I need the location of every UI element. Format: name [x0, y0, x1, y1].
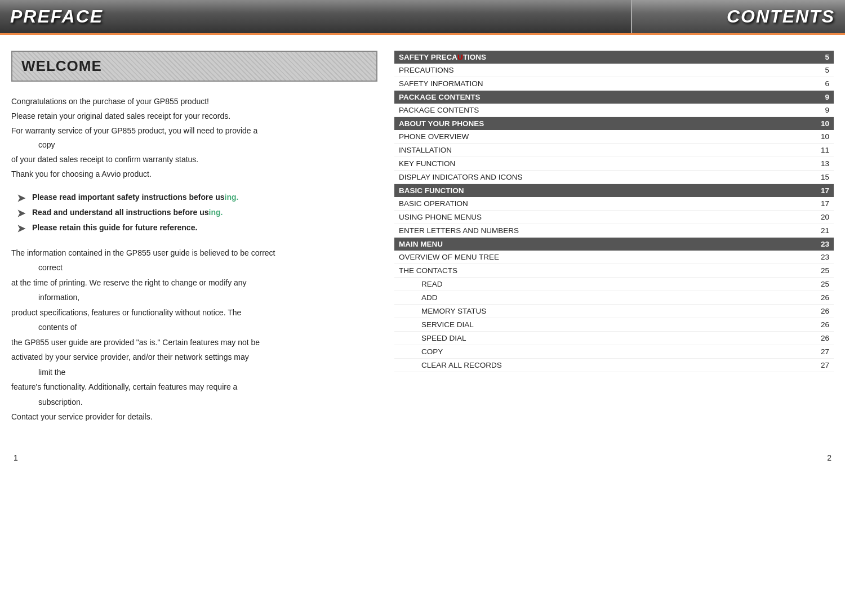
toc-page-speed-dial: 26	[811, 332, 834, 345]
info-6: feature's functionality. Additionally, c…	[11, 380, 377, 394]
toc-label-memory-status: MEMORY STATUS	[394, 305, 811, 318]
left-panel: WELCOME Congratulations on the purchase …	[11, 51, 377, 425]
toc-item-phone-menus: USING PHONE MENUS 20	[394, 211, 834, 224]
welcome-box: WELCOME	[11, 51, 377, 82]
toc-label-read: READ	[394, 278, 811, 291]
para-5: Thank you for choosing a Avvio product.	[11, 168, 377, 181]
main-content: WELCOME Congratulations on the purchase …	[0, 35, 845, 436]
toc-label-service-dial: SERVICE DIAL	[394, 318, 811, 332]
toc-label-copy: COPY	[394, 345, 811, 359]
toc-section-package-page: 9	[811, 91, 834, 104]
bullet-item-3: ➤ Please retain this guide for future re…	[17, 223, 377, 235]
toc-page-phone-menus: 20	[811, 211, 834, 224]
toc-item-read: READ 25	[394, 278, 834, 291]
toc-page-service-dial: 26	[811, 318, 834, 332]
info-2-cont: information,	[38, 291, 377, 305]
toc-item-copy: COPY 27	[394, 345, 834, 359]
toc-page-memory-status: 26	[811, 305, 834, 318]
toc-page-add: 26	[811, 291, 834, 305]
toc-item-add: ADD 26	[394, 291, 834, 305]
right-panel: SAFETY PRECAUTIONS 5 PRECAUTIONS 5 SAFET…	[394, 51, 834, 425]
toc-item-service-dial: SERVICE DIAL 26	[394, 318, 834, 332]
toc-item-speed-dial: SPEED DIAL 26	[394, 332, 834, 345]
toc-section-about-label: ABOUT YOUR PHONES	[394, 117, 811, 131]
preface-title: PREFACE	[10, 6, 103, 27]
toc-section-basic-page: 17	[811, 184, 834, 198]
toc-label-installation: INSTALLATION	[394, 144, 811, 157]
bullet-text-3: Please retain this guide for future refe…	[32, 223, 197, 232]
bullet-item-2: ➤ Read and understand all instructions b…	[17, 208, 377, 220]
toc-section-main-menu: MAIN MENU 23	[394, 238, 834, 251]
toc-section-about: ABOUT YOUR PHONES 10	[394, 117, 834, 131]
header-left: PREFACE	[0, 0, 631, 33]
toc-item-memory-status: MEMORY STATUS 26	[394, 305, 834, 318]
toc-label-phone-menus: USING PHONE MENUS	[394, 211, 811, 224]
para-3: For warranty service of your GP855 produ…	[11, 124, 377, 138]
toc-label-clear-all-records: CLEAR ALL RECORDS	[394, 359, 811, 372]
info-2: at the time of printing. We reserve the …	[11, 276, 377, 290]
bullet-list: ➤ Please read important safety instructi…	[17, 193, 377, 235]
toc-item-safety-info: SAFETY INFORMATION 6	[394, 77, 834, 91]
info-1-cont: correct	[38, 261, 377, 275]
info-1: The information contained in the GP855 u…	[11, 246, 377, 260]
footer-right-page: 2	[827, 453, 831, 462]
bullet-arrow-3: ➤	[17, 222, 25, 235]
toc-item-overview-menu-tree: OVERVIEW OF MENU TREE 23	[394, 251, 834, 264]
info-5: activated by your service provider, and/…	[11, 350, 377, 364]
toc-section-safety-label: SAFETY PRECAUTIONS	[394, 51, 811, 64]
toc-page-phone-overview: 10	[811, 130, 834, 144]
toc-section-basic: BASIC FUNCTION 17	[394, 184, 834, 198]
toc-section-about-page: 10	[811, 117, 834, 131]
toc-section-safety: SAFETY PRECAUTIONS 5	[394, 51, 834, 64]
toc-section-safety-page: 5	[811, 51, 834, 64]
toc-item-package-contents: PACKAGE CONTENTS 9	[394, 104, 834, 117]
toc-item-key-function: KEY FUNCTION 13	[394, 157, 834, 171]
header-right: CONTENTS	[631, 0, 845, 33]
toc-label-speed-dial: SPEED DIAL	[394, 332, 811, 345]
toc-item-clear-all-records: CLEAR ALL RECORDS 27	[394, 359, 834, 372]
info-3: product specifications, features or func…	[11, 306, 377, 320]
bullet-text-2: Read and understand all instructions bef…	[32, 208, 223, 217]
toc-label-enter-letters: ENTER LETTERS AND NUMBERS	[394, 224, 811, 238]
toc-label-add: ADD	[394, 291, 811, 305]
para-1: Congratulations on the purchase of your …	[11, 95, 377, 109]
toc-page-overview-menu-tree: 23	[811, 251, 834, 264]
para-3-cont: copy	[38, 139, 377, 152]
toc-label-display-indicators: DISPLAY INDICATORS AND ICONS	[394, 171, 811, 184]
toc-table: SAFETY PRECAUTIONS 5 PRECAUTIONS 5 SAFET…	[394, 51, 834, 372]
header: PREFACE CONTENTS	[0, 0, 845, 35]
para-2: Please retain your original dated sales …	[11, 110, 377, 123]
toc-item-basic-operation: BASIC OPERATION 17	[394, 197, 834, 211]
bullet-item-1: ➤ Please read important safety instructi…	[17, 193, 377, 204]
toc-item-installation: INSTALLATION 11	[394, 144, 834, 157]
toc-label-safety-info: SAFETY INFORMATION	[394, 77, 811, 91]
toc-label-package-contents: PACKAGE CONTENTS	[394, 104, 811, 117]
contents-title: CONTENTS	[727, 6, 835, 27]
toc-item-the-contacts: THE CONTACTS 25	[394, 264, 834, 278]
toc-page-read: 25	[811, 278, 834, 291]
toc-page-safety-info: 6	[811, 77, 834, 91]
toc-item-phone-overview: PHONE OVERVIEW 10	[394, 130, 834, 144]
info-7: Contact your service provider for detail…	[11, 410, 377, 424]
toc-section-package: PACKAGE CONTENTS 9	[394, 91, 834, 104]
toc-page-package-contents: 9	[811, 104, 834, 117]
toc-item-enter-letters: ENTER LETTERS AND NUMBERS 21	[394, 224, 834, 238]
bullet-text-1: Please read important safety instruction…	[32, 193, 238, 202]
toc-page-clear-all-records: 27	[811, 359, 834, 372]
toc-section-basic-label: BASIC FUNCTION	[394, 184, 811, 198]
toc-label-key-function: KEY FUNCTION	[394, 157, 811, 171]
info-6-cont: subscription.	[38, 395, 377, 409]
toc-label-phone-overview: PHONE OVERVIEW	[394, 130, 811, 144]
toc-page-installation: 11	[811, 144, 834, 157]
info-block: The information contained in the GP855 u…	[11, 246, 377, 424]
info-5-cont: limit the	[38, 365, 377, 380]
footer-left-page: 1	[14, 453, 18, 462]
toc-page-copy: 27	[811, 345, 834, 359]
toc-page-display-indicators: 15	[811, 171, 834, 184]
welcome-paragraphs: Congratulations on the purchase of your …	[11, 95, 377, 181]
info-3-cont: contents of	[38, 320, 377, 334]
toc-page-the-contacts: 25	[811, 264, 834, 278]
toc-section-package-label: PACKAGE CONTENTS	[394, 91, 811, 104]
toc-section-main-menu-label: MAIN MENU	[394, 238, 811, 251]
toc-page-basic-operation: 17	[811, 197, 834, 211]
